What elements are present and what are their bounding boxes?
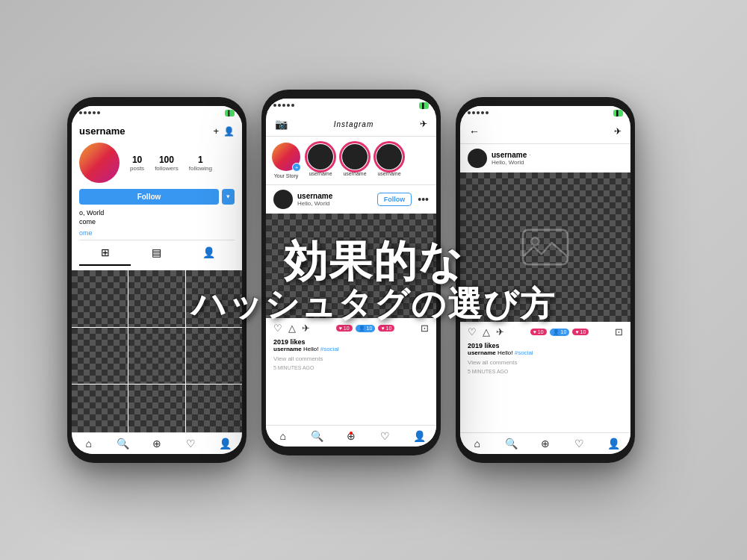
camera-icon[interactable]: 📷 — [275, 118, 288, 130]
comment-icon[interactable]: △ — [288, 323, 296, 334]
dm-like-icon[interactable]: ♡ — [468, 326, 477, 337]
follow-button[interactable]: Follow — [79, 189, 219, 205]
dm-post-username[interactable]: username · — [492, 151, 531, 159]
dot1 — [79, 111, 82, 114]
dm-follow-notif: 👤 10 — [550, 329, 570, 336]
story-3[interactable]: username — [375, 143, 403, 178]
person-notif-icon: 👤 — [359, 326, 365, 332]
nav-heart-right[interactable]: ♡ — [562, 438, 597, 449]
heart-notif-icon: ♥ — [339, 326, 342, 331]
profile-add-btn[interactable]: + 👤 — [213, 125, 235, 137]
svg-rect-0 — [523, 230, 568, 264]
dm-speech-notif: ♥ — [575, 329, 578, 335]
bio-line1: o, World — [79, 209, 235, 218]
dm-caption-username: username — [468, 349, 496, 356]
notifications-row: ♥ 10 👤 10 ♥ 10 — [336, 325, 395, 332]
grid-cell-4 — [72, 328, 128, 384]
post-time: 5 minutes ago — [266, 365, 436, 373]
post-caption-preview: Hello, World — [297, 200, 332, 207]
dm-caption-preview: Hello, World — [492, 159, 531, 166]
rdot4 — [481, 111, 484, 114]
like-notif: ♥ 10 — [336, 325, 353, 332]
comment-count: 10 — [386, 326, 392, 331]
nav-add-center[interactable]: ⊕ — [334, 430, 368, 442]
status-dots-3 — [468, 111, 489, 114]
story-add-icon: + — [292, 163, 301, 172]
post-follow-button[interactable]: Follow — [377, 193, 412, 206]
status-bar-right: ▌ — [460, 106, 630, 119]
nav-profile-left[interactable]: 👤 — [208, 438, 242, 449]
tab-grid[interactable]: ⊞ — [79, 240, 131, 266]
nav-home-left[interactable]: ⌂ — [72, 438, 106, 449]
rdot2 — [472, 111, 475, 114]
your-story-label: Your Story — [272, 173, 300, 178]
back-icon[interactable]: ← — [469, 125, 480, 137]
follow-dropdown[interactable]: ▾ — [222, 189, 235, 205]
nav-add-left[interactable]: ⊕ — [140, 438, 174, 449]
following-count: 1 — [189, 155, 212, 165]
caption-username: username — [273, 346, 302, 352]
share-icon[interactable]: ✈ — [302, 323, 310, 334]
dm-post-likes: 2019 likes — [460, 342, 630, 349]
follow-count: 10 — [367, 326, 373, 331]
nav-add-right[interactable]: ⊕ — [528, 438, 562, 449]
story-label-1: username — [306, 171, 335, 176]
dm-post-caption: username Hello! #social — [460, 349, 630, 359]
post-more-icon[interactable]: ••• — [418, 193, 429, 205]
profile-avatar-row: 10 posts 100 followers 1 following — [79, 143, 235, 183]
send-icon[interactable]: ✈ — [420, 119, 427, 129]
following-label: following — [189, 165, 212, 172]
dm-post-user-info: username · Hello, World — [492, 151, 531, 166]
status-bar-left: ▌ — [72, 106, 242, 119]
story-2[interactable]: username — [341, 143, 369, 178]
like-count: 10 — [344, 326, 350, 331]
tab-list[interactable]: ▤ — [131, 240, 182, 266]
nav-profile-center[interactable]: 👤 — [402, 430, 436, 442]
nav-search-right[interactable]: 🔍 — [495, 438, 529, 449]
post-user-info: username Hello, World — [297, 192, 332, 207]
story-1[interactable]: username — [306, 143, 335, 178]
post-caption: username Hello! #social — [266, 346, 436, 355]
nav-heart-left[interactable]: ♡ — [174, 438, 208, 449]
dm-hashtag[interactable]: #social — [515, 349, 533, 356]
dm-bookmark-icon[interactable]: ⊡ — [615, 326, 623, 337]
nav-home-right[interactable]: ⌂ — [460, 438, 495, 449]
followers-label: followers — [155, 165, 179, 172]
stories-row: + Your Story username username username — [266, 137, 436, 185]
phone-right: ▌ ← ✈ username · Hello, World — [456, 97, 635, 463]
bookmark-icon[interactable]: ⊡ — [421, 323, 429, 334]
dm-follow-count: 10 — [561, 329, 567, 335]
post-user-row: username Hello, World Follow ••• — [266, 185, 436, 214]
dm-view-comments[interactable]: View all comments — [460, 359, 630, 369]
your-story[interactable]: + Your Story — [272, 143, 300, 178]
profile-follow-row: Follow ▾ — [79, 189, 235, 205]
dm-share-icon[interactable]: ✈ — [496, 326, 504, 337]
dm-comment-icon[interactable]: △ — [483, 326, 490, 337]
speech-notif-icon: ♥ — [381, 326, 384, 331]
like-icon[interactable]: ♡ — [273, 323, 282, 334]
tab-tagged[interactable]: 👤 — [183, 240, 235, 266]
nav-home-center[interactable]: ⌂ — [266, 430, 300, 442]
nav-profile-right[interactable]: 👤 — [596, 438, 630, 449]
hashtag[interactable]: #social — [320, 346, 339, 352]
post-username[interactable]: username — [297, 192, 332, 200]
dm-dot: · — [529, 151, 531, 159]
send-dm-icon[interactable]: ✈ — [614, 126, 622, 137]
rdot1 — [468, 111, 471, 114]
cdot4 — [287, 104, 290, 107]
story-ring-1 — [306, 143, 335, 171]
nav-search-center[interactable]: 🔍 — [300, 430, 335, 442]
view-comments[interactable]: View all comments — [266, 355, 436, 365]
battery-center: ▌ — [419, 102, 429, 109]
cdot2 — [278, 104, 281, 107]
nav-heart-center[interactable]: ♡ — [368, 430, 403, 442]
your-story-circle: + — [272, 143, 300, 171]
profile-link[interactable]: ome — [79, 229, 235, 237]
follow-notif: 👤 10 — [356, 325, 376, 332]
status-dots — [79, 111, 100, 114]
dm-notifications-row: ♥ 10 👤 10 ♥ 10 — [530, 329, 589, 336]
instagram-logo: Instagram — [334, 120, 374, 128]
cdot5 — [291, 104, 294, 107]
post-actions-right-header: Follow ••• — [377, 193, 429, 206]
nav-search-left[interactable]: 🔍 — [106, 438, 140, 449]
